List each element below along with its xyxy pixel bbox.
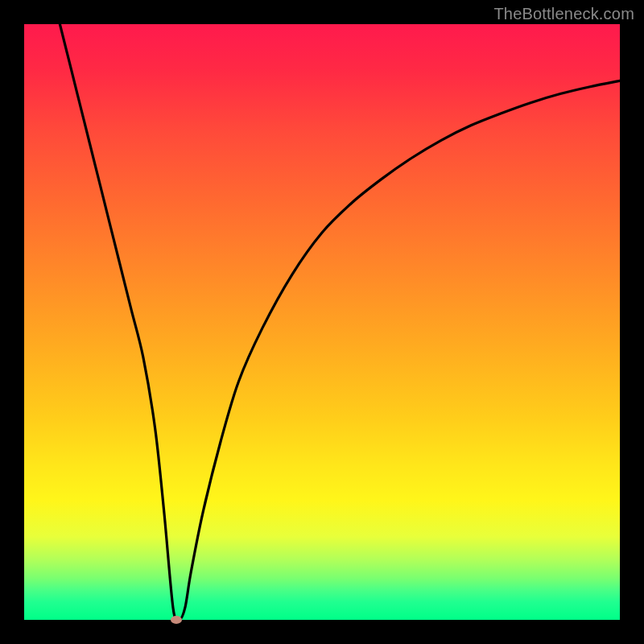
optimal-point-marker bbox=[171, 616, 182, 624]
chart-frame: TheBottleneck.com bbox=[0, 0, 644, 644]
curve-layer bbox=[24, 24, 620, 620]
watermark-text: TheBottleneck.com bbox=[493, 5, 634, 23]
bottleneck-curve bbox=[60, 24, 620, 620]
plot-area bbox=[24, 24, 620, 620]
